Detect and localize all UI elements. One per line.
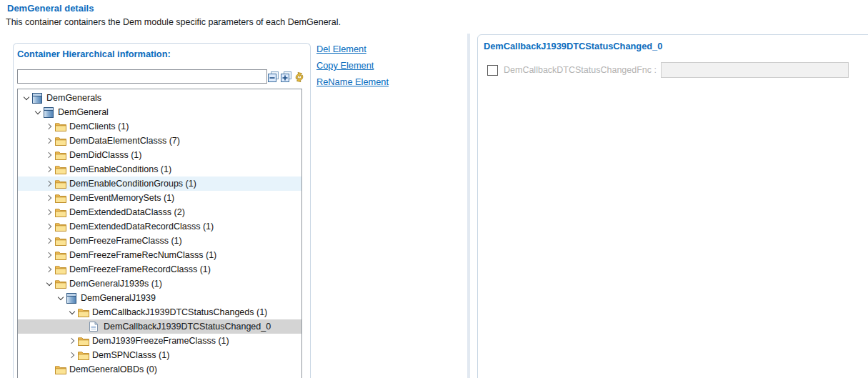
callback-fnc-field-row: DemCallbackDTCStatusChangedFnc : — [487, 62, 849, 78]
module-icon — [66, 291, 79, 305]
tree-item-label: DemGeneral — [56, 105, 113, 119]
selected-element-title: DemCallbackJ1939DTCStatusChanged_0 — [484, 41, 662, 51]
del-element-link[interactable]: Del Element — [316, 44, 389, 54]
tree-item[interactable]: DemEnableConditions (1) — [18, 162, 301, 176]
tree-item[interactable]: DemFreezeFrameRecordClasss (1) — [18, 262, 301, 277]
tree-item-label: DemJ1939FreezeFrameClasss (1) — [90, 334, 234, 348]
tree: DemGeneralsDemGeneralDemClients (1)DemDa… — [17, 89, 302, 378]
element-actions: Del Element Copy Element ReName Element — [316, 44, 389, 93]
callback-fnc-label: DemCallbackDTCStatusChangedFnc : — [504, 65, 657, 75]
chevron-down-icon[interactable] — [55, 291, 66, 305]
callback-fnc-checkbox[interactable] — [487, 65, 498, 76]
folder-icon — [78, 334, 90, 348]
tree-item-label: DemFreezeFrameRecordClasss (1) — [67, 262, 215, 277]
chevron-right-icon[interactable] — [44, 148, 55, 162]
chevron-down-icon[interactable] — [44, 277, 55, 291]
tree-item-label: DemFreezeFrameClasss (1) — [67, 234, 186, 248]
expand-all-button[interactable] — [281, 71, 292, 83]
module-icon — [32, 91, 44, 105]
folder-icon — [78, 348, 90, 362]
folder-icon — [55, 362, 67, 377]
folder-icon — [55, 277, 67, 291]
folder-icon — [55, 119, 67, 134]
chevron-right-icon[interactable] — [44, 191, 55, 205]
expand-all-icon — [281, 71, 292, 83]
folder-icon — [55, 234, 67, 248]
tree-item[interactable]: DemGenerals — [18, 91, 301, 105]
tree-item[interactable]: DemSPNClasss (1) — [18, 348, 301, 362]
tree-item[interactable]: DemGeneralOBDs (0) — [18, 362, 301, 377]
chevron-right-icon[interactable] — [44, 134, 55, 148]
tree-item[interactable]: DemExtendedDataRecordClasss (1) — [18, 219, 301, 234]
chevron-right-icon[interactable] — [44, 219, 55, 234]
tree-item-label: DemGeneralOBDs (0) — [67, 362, 161, 377]
tree-item[interactable]: DemFreezeFrameClasss (1) — [18, 234, 301, 248]
hierarchy-panel-title: Container Hierarchical information: — [17, 49, 171, 59]
tree-filter-input[interactable] — [17, 69, 267, 84]
tree-item[interactable]: DemClients (1) — [18, 119, 301, 134]
callback-fnc-input[interactable] — [661, 62, 849, 78]
tree-item[interactable]: DemGeneralJ1939 — [18, 291, 301, 305]
expander-spacer — [44, 362, 55, 377]
demgeneral-details-view: DemGeneral details This container contai… — [0, 0, 868, 378]
folder-icon — [55, 148, 67, 162]
page-title: DemGeneral details — [7, 3, 94, 14]
tree-item-label: DemEnableConditions (1) — [67, 162, 176, 176]
container-hierarchy-panel: Container Hierarchical information: — [13, 43, 311, 378]
folder-icon — [55, 191, 67, 205]
tree-item-label: DemFreezeFrameRecNumClasss (1) — [67, 248, 221, 262]
chevron-right-icon[interactable] — [44, 176, 55, 191]
tree-item-label: DemEnableConditionGroups (1) — [67, 176, 201, 191]
tree-item[interactable]: DemGeneral — [18, 105, 301, 119]
tree-item-label: DemCallbackJ1939DTCStatusChangeds (1) — [90, 305, 271, 319]
folder-icon — [55, 219, 67, 234]
tree-item[interactable]: DemCallbackJ1939DTCStatusChanged_0 — [18, 319, 301, 334]
tree-filter-toolbar — [17, 69, 306, 85]
tree-item-label: DemCallbackJ1939DTCStatusChanged_0 — [101, 319, 275, 334]
rename-element-link[interactable]: ReName Element — [316, 76, 389, 87]
tree-item-label: DemEventMemorySets (1) — [67, 191, 179, 205]
tree-item-label: DemDidClasss (1) — [67, 148, 146, 162]
chevron-right-icon[interactable] — [44, 248, 55, 262]
folder-icon — [55, 162, 67, 176]
chevron-right-icon[interactable] — [44, 119, 55, 134]
tree-item-label: DemExtendedDataRecordClasss (1) — [67, 219, 218, 234]
tree-item[interactable]: DemFreezeFrameRecNumClasss (1) — [18, 248, 301, 262]
chevron-right-icon[interactable] — [44, 262, 55, 277]
folder-icon — [55, 205, 67, 219]
tree-item[interactable]: DemExtendedDataClasss (2) — [18, 205, 301, 219]
refresh-icon — [292, 70, 307, 85]
chevron-right-icon[interactable] — [66, 334, 78, 348]
refresh-button[interactable] — [294, 71, 305, 83]
folder-icon — [55, 134, 67, 148]
tree-item-label: DemGeneralJ1939s (1) — [67, 277, 166, 291]
tree-item[interactable]: DemCallbackJ1939DTCStatusChangeds (1) — [18, 305, 301, 319]
tree-item[interactable]: DemDidClasss (1) — [18, 148, 301, 162]
module-icon — [44, 105, 56, 119]
tree-item[interactable]: DemEventMemorySets (1) — [18, 191, 301, 205]
chevron-down-icon[interactable] — [32, 105, 44, 119]
chevron-right-icon[interactable] — [44, 162, 55, 176]
chevron-down-icon[interactable] — [21, 91, 32, 105]
folder-icon — [78, 305, 90, 319]
chevron-down-icon[interactable] — [66, 305, 78, 319]
copy-element-link[interactable]: Copy Element — [316, 60, 389, 71]
folder-icon — [55, 248, 67, 262]
tree-item-label: DemDataElementClasss (7) — [67, 134, 184, 148]
panel-splitter[interactable] — [467, 34, 470, 378]
tree-item[interactable]: DemJ1939FreezeFrameClasss (1) — [18, 334, 301, 348]
element-details-panel: DemCallbackJ1939DTCStatusChanged_0 DemCa… — [477, 34, 868, 378]
tree-item[interactable]: DemEnableConditionGroups (1) — [18, 176, 301, 191]
tree-item-label: DemExtendedDataClasss (2) — [67, 205, 189, 219]
chevron-right-icon[interactable] — [44, 234, 55, 248]
page-description: This container containers the Dem module… — [6, 17, 341, 27]
collapse-all-button[interactable] — [268, 71, 279, 83]
tree-item[interactable]: DemDataElementClasss (7) — [18, 134, 301, 148]
tree-item-label: DemSPNClasss (1) — [90, 348, 174, 362]
chevron-right-icon[interactable] — [44, 205, 55, 219]
document-icon — [89, 319, 101, 334]
chevron-right-icon[interactable] — [66, 348, 78, 362]
tree-item[interactable]: DemGeneralJ1939s (1) — [18, 277, 301, 291]
tree-item-label: DemGenerals — [44, 91, 106, 105]
folder-icon — [55, 176, 67, 191]
